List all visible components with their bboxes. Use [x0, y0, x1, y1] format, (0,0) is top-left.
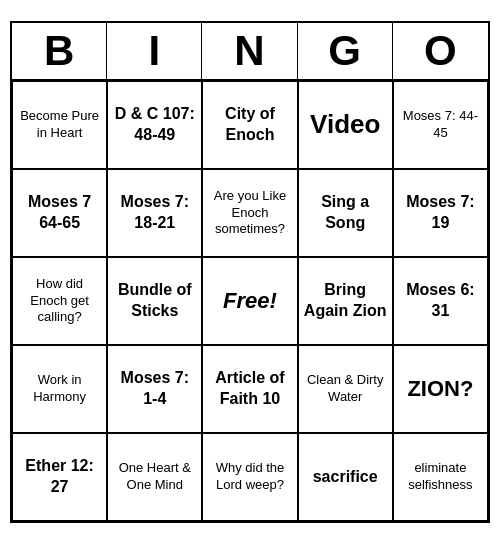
bingo-cell: Moses 7: 18-21 — [107, 169, 202, 257]
bingo-cell: One Heart & One Mind — [107, 433, 202, 521]
header-letter: I — [107, 23, 202, 79]
header-letter: G — [298, 23, 393, 79]
bingo-cell: eliminate selfishness — [393, 433, 488, 521]
bingo-cell: Work in Harmony — [12, 345, 107, 433]
bingo-cell: D & C 107: 48-49 — [107, 81, 202, 169]
bingo-cell: Moses 7 64-65 — [12, 169, 107, 257]
bingo-cell: Article of Faith 10 — [202, 345, 297, 433]
bingo-cell: Moses 7: 1-4 — [107, 345, 202, 433]
bingo-cell: Bring Again Zion — [298, 257, 393, 345]
bingo-cell: Ether 12: 27 — [12, 433, 107, 521]
bingo-cell: Moses 7: 44-45 — [393, 81, 488, 169]
bingo-cell: How did Enoch get calling? — [12, 257, 107, 345]
bingo-cell: Moses 7: 19 — [393, 169, 488, 257]
bingo-cell: Video — [298, 81, 393, 169]
bingo-cell: Moses 6: 31 — [393, 257, 488, 345]
bingo-cell: Bundle of Sticks — [107, 257, 202, 345]
bingo-grid: Become Pure in HeartD & C 107: 48-49City… — [12, 81, 488, 521]
bingo-cell: Become Pure in Heart — [12, 81, 107, 169]
bingo-card: BINGO Become Pure in HeartD & C 107: 48-… — [10, 21, 490, 523]
bingo-cell: Clean & Dirty Water — [298, 345, 393, 433]
header-letter: N — [202, 23, 297, 79]
bingo-cell: Are you Like Enoch sometimes? — [202, 169, 297, 257]
bingo-cell: Sing a Song — [298, 169, 393, 257]
header-letter: B — [12, 23, 107, 79]
bingo-header: BINGO — [12, 23, 488, 81]
header-letter: O — [393, 23, 488, 79]
bingo-cell: Why did the Lord weep? — [202, 433, 297, 521]
bingo-cell: ZION? — [393, 345, 488, 433]
bingo-cell: Free! — [202, 257, 297, 345]
bingo-cell: sacrifice — [298, 433, 393, 521]
bingo-cell: City of Enoch — [202, 81, 297, 169]
